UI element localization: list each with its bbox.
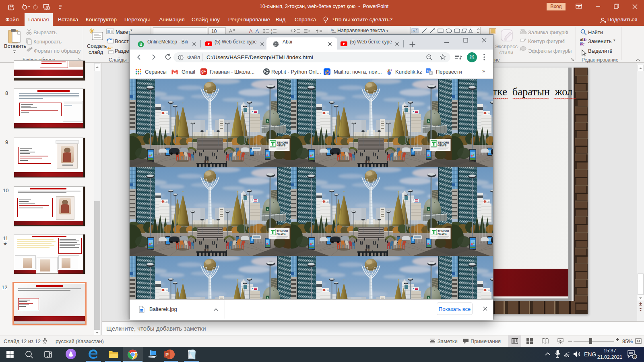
svg-text:A: A — [413, 29, 415, 33]
svg-text:B: B — [139, 42, 142, 47]
svg-text:2: 2 — [634, 355, 636, 359]
svg-text:b: b — [584, 37, 586, 42]
svg-text:ÏA: ÏA — [331, 28, 334, 32]
svg-text:1: 1 — [271, 29, 272, 31]
svg-text:P: P — [165, 352, 169, 358]
